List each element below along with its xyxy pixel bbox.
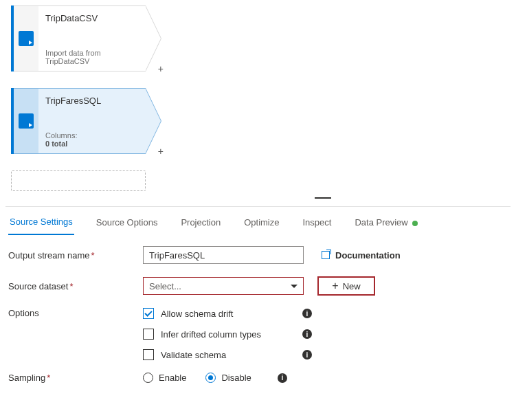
dataset-icon (19, 113, 34, 129)
source-dataset-select[interactable]: Select... (143, 277, 304, 295)
info-icon[interactable]: i (278, 373, 287, 383)
node-output-arrow (146, 5, 161, 71)
node-columns-count: 0 total (45, 140, 67, 148)
options-label: Options (8, 308, 143, 318)
dataflow-canvas: TripDataCSV Import data from TripDataCSV… (5, 5, 511, 198)
output-stream-name-input[interactable] (143, 246, 304, 264)
source-dataset-placeholder: Select... (149, 281, 181, 291)
node-iconcol (14, 88, 38, 154)
node-tripfaressql[interactable]: TripFaresSQL Columns: 0 total + (11, 88, 146, 154)
source-dataset-label: Source dataset* (8, 281, 143, 291)
node-output-arrow (146, 88, 161, 154)
radio-sampling-disable[interactable] (205, 373, 216, 383)
status-dot-icon (412, 221, 418, 226)
info-icon[interactable]: i (302, 350, 312, 360)
node-title: TripFaresSQL (45, 96, 139, 106)
validate-schema-label: Validate schema (161, 350, 278, 360)
chevron-down-icon (291, 285, 298, 288)
checkbox-infer-drifted[interactable] (143, 329, 154, 340)
tab-underline-decor (315, 197, 331, 199)
infer-drifted-label: Infer drifted column types (161, 329, 278, 340)
new-dataset-button[interactable]: + New (317, 276, 375, 296)
tabs: Source Settings Source Options Projectio… (5, 206, 511, 235)
plus-icon: + (332, 280, 338, 291)
node-iconcol (14, 5, 38, 71)
node-body: TripDataCSV Import data from TripDataCSV (38, 5, 146, 71)
info-icon[interactable]: i (302, 329, 312, 339)
sampling-disable-label: Disable (221, 373, 251, 383)
output-stream-name-label: Output stream name* (8, 250, 143, 261)
node-title: TripDataCSV (45, 13, 139, 23)
tab-optimize[interactable]: Optimize (243, 214, 280, 234)
allow-schema-drift-label: Allow schema drift (161, 309, 278, 319)
tab-data-preview-label: Data Preview (355, 217, 407, 228)
tab-source-options[interactable]: Source Options (95, 214, 159, 234)
tab-data-preview[interactable]: Data Preview (353, 214, 418, 234)
node-columns-label: Columns: (45, 131, 139, 140)
node-tripdatacsv[interactable]: TripDataCSV Import data from TripDataCSV… (11, 5, 146, 71)
sampling-enable-label: Enable (159, 373, 186, 383)
add-branch-button[interactable]: + (158, 146, 164, 157)
checkbox-allow-schema-drift[interactable] (143, 308, 154, 319)
tab-source-settings[interactable]: Source Settings (8, 214, 74, 235)
add-branch-button[interactable]: + (158, 63, 164, 74)
dataset-icon (19, 31, 34, 46)
info-icon[interactable]: i (302, 309, 312, 318)
documentation-label: Documentation (335, 250, 401, 261)
new-button-label: New (343, 281, 361, 291)
node-body: TripFaresSQL Columns: 0 total (38, 88, 146, 154)
tab-projection[interactable]: Projection (179, 214, 222, 234)
documentation-link[interactable]: Documentation (322, 250, 401, 261)
source-settings-panel: Output stream name* Documentation Source… (5, 235, 511, 383)
sampling-label: Sampling* (8, 373, 143, 383)
external-link-icon (322, 251, 330, 259)
tab-inspect[interactable]: Inspect (302, 214, 333, 234)
node-subtitle: Import data from TripDataCSV (45, 49, 139, 65)
radio-sampling-enable[interactable] (143, 373, 153, 383)
checkbox-validate-schema[interactable] (143, 349, 154, 360)
add-source-placeholder[interactable] (11, 170, 146, 191)
